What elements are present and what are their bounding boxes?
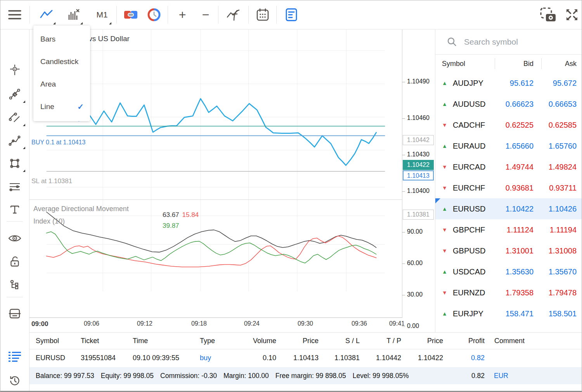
- quote-row[interactable]: EURNZD1.793581.79478: [435, 282, 582, 303]
- print-button[interactable]: [3, 304, 26, 324]
- ask-price-tag: 1.10422: [403, 160, 434, 170]
- price-tick: 1.10460: [407, 114, 430, 121]
- toolbar-separator: [248, 6, 249, 24]
- trading-sessions-button[interactable]: [145, 3, 163, 26]
- account-currency[interactable]: EUR: [494, 367, 508, 384]
- price-tick: 1.10430: [407, 151, 430, 158]
- free-margin-label: Free margin:: [275, 372, 314, 380]
- col-current-price[interactable]: Price: [404, 333, 443, 349]
- symbol-label: CADCHF: [453, 121, 496, 130]
- camera-screenshot-icon: [540, 7, 556, 22]
- quote-row[interactable]: GBPUSD1.310011.31008: [435, 240, 582, 261]
- search-input[interactable]: [464, 37, 561, 47]
- fibonacci-tool-button[interactable]: F: [3, 84, 26, 104]
- market-watch-toggle-button[interactable]: [282, 3, 301, 26]
- sl-price-tag: 1.10381: [403, 210, 434, 220]
- time-tick: 09:36: [344, 320, 375, 327]
- position-current-price: 1.10422: [404, 350, 443, 366]
- fullscreen-button[interactable]: [563, 3, 581, 26]
- quote-row[interactable]: EURCAD1.497441.49824: [435, 156, 582, 177]
- time-tick: 09:06: [76, 320, 107, 327]
- col-ticket[interactable]: Ticket: [81, 333, 127, 349]
- menu-item-bars[interactable]: Bars: [33, 28, 90, 50]
- bid-value: 1.65660: [496, 142, 534, 151]
- zoom-in-button[interactable]: +: [173, 3, 192, 26]
- level-value: 99 998.05%: [372, 372, 409, 380]
- chart-type-button[interactable]: [37, 3, 56, 26]
- quote-row[interactable]: GBPCHF1.111241.11194: [435, 219, 582, 240]
- commission-item: Commission: -0.30: [160, 372, 217, 380]
- print-icon: [8, 308, 21, 319]
- col-price[interactable]: Price: [280, 333, 319, 349]
- unlock-button[interactable]: [3, 252, 26, 272]
- symbol-label: GBPCHF: [453, 225, 496, 234]
- margin-label: Margin:: [223, 372, 246, 380]
- col-tp[interactable]: T / P: [362, 333, 401, 349]
- quote-row[interactable]: EURAUD1.656601.65760: [435, 135, 582, 156]
- menu-item-line[interactable]: Line✓: [33, 95, 90, 118]
- screenshot-button[interactable]: [539, 3, 558, 26]
- col-profit[interactable]: Profit: [446, 333, 485, 349]
- account-summary-bar: Balance: 99 997.53 Equity: 99 998.05 Com…: [29, 367, 582, 384]
- quote-row[interactable]: AUDJPY95.61295.672: [435, 73, 582, 94]
- quote-row[interactable]: CADCHF0.625250.62585: [435, 114, 582, 135]
- col-sl[interactable]: S / L: [321, 333, 360, 349]
- ask-value: 0.93711: [534, 184, 577, 193]
- menu-button[interactable]: [6, 3, 24, 26]
- sidebar-divider: [7, 297, 23, 297]
- fibonacci-icon: F: [9, 88, 21, 101]
- object-tree-button[interactable]: [3, 275, 26, 295]
- polyline-button[interactable]: [3, 130, 26, 151]
- time-axis[interactable]: 09:00 09:06 09:12 09:18 09:24 09:30 09:3…: [29, 319, 435, 332]
- col-comment[interactable]: Comment: [494, 333, 545, 349]
- symbol-label: EURAUD: [453, 142, 496, 151]
- dropdown-corner-icon: [53, 22, 55, 24]
- channels-button[interactable]: [3, 108, 26, 128]
- one-click-trading-button[interactable]: [121, 3, 140, 26]
- col-time[interactable]: Time: [133, 333, 197, 349]
- bid-value: 1.49744: [496, 163, 534, 172]
- visibility-button[interactable]: [3, 228, 26, 248]
- indicators-button[interactable]: [224, 3, 243, 26]
- ask-value: 0.62585: [534, 121, 577, 130]
- pane-separator[interactable]: [29, 199, 435, 200]
- price-axis[interactable]: 1.10490 1.10460 1.10430 1.10400 1.10442 …: [402, 29, 435, 318]
- symbol-column-header[interactable]: Symbol: [442, 60, 496, 68]
- quote-row-selected[interactable]: EURUSD1.104221.10426: [435, 198, 582, 219]
- history-panel-button[interactable]: [3, 371, 26, 391]
- quote-row[interactable]: EURJPY158.471158.501: [435, 303, 582, 324]
- bid-value: 1.79358: [496, 288, 534, 297]
- trend-up-icon: [442, 80, 450, 86]
- text-tool-button[interactable]: [3, 200, 26, 220]
- quote-row[interactable]: USDCAD1.356301.35670: [435, 261, 582, 282]
- menu-item-area[interactable]: Area: [33, 73, 90, 95]
- adx-value: 63.67: [163, 211, 179, 219]
- shapes-button[interactable]: [3, 153, 26, 173]
- ask-value: 1.31008: [534, 246, 577, 255]
- trade-list-icon: [8, 351, 21, 362]
- col-volume[interactable]: Volume: [237, 333, 276, 349]
- trade-panel-button[interactable]: [3, 347, 26, 367]
- indicator-values: 63.6715.84 39.87: [163, 210, 199, 231]
- timeframe-button[interactable]: M1: [92, 3, 112, 26]
- remove-indicator-button[interactable]: [64, 3, 83, 26]
- minus-icon: −: [202, 8, 210, 22]
- quote-row[interactable]: EURCHF0.936810.93711: [435, 177, 582, 198]
- ask-column-header[interactable]: Ask: [534, 60, 577, 68]
- col-type[interactable]: Type: [200, 333, 233, 349]
- levels-button[interactable]: [3, 177, 26, 197]
- zoom-out-button[interactable]: −: [196, 3, 215, 26]
- crosshair-button[interactable]: [3, 60, 26, 80]
- menu-item-candlestick[interactable]: Candlestick: [33, 50, 90, 73]
- bid-column-header[interactable]: Bid: [496, 60, 534, 68]
- ask-value: 1.65760: [534, 142, 577, 151]
- position-tp: 1.10442: [362, 350, 401, 366]
- quote-row[interactable]: AUDUSD0.666230.66653: [435, 94, 582, 114]
- ask-value: 158.501: [534, 309, 577, 318]
- bid-value: 1.31001: [496, 246, 534, 255]
- position-row[interactable]: EURUSD 319551084 09.10 09:39:55 buy 0.10…: [29, 350, 582, 367]
- symbol-label: EURCAD: [453, 163, 496, 172]
- col-symbol[interactable]: Symbol: [36, 333, 78, 349]
- economic-calendar-button[interactable]: [253, 3, 272, 26]
- level-label: Level:: [353, 372, 371, 380]
